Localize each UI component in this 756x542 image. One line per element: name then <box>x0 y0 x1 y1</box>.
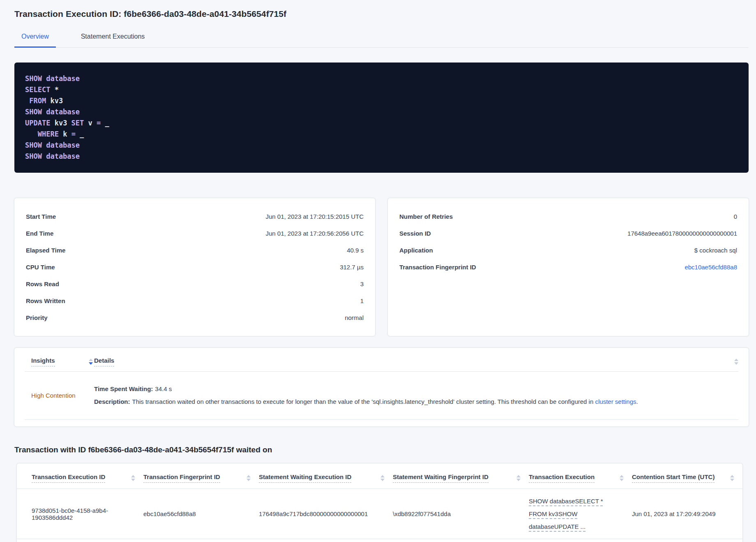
waited-on-table: Transaction Execution ID Transaction Fin… <box>17 463 742 539</box>
sort-icon[interactable] <box>730 475 734 481</box>
rows-written-label: Rows Written <box>26 297 65 304</box>
rows-written-value: 1 <box>360 297 364 304</box>
sort-icon[interactable] <box>89 359 93 365</box>
waited-on-row: 9738d051-bc0e-4158-a9b4-1903586ddd42 ebc… <box>17 489 742 539</box>
col-contention-start-time: Contention Start Time (UTC) <box>632 463 742 489</box>
transaction-execution-line: FROM kv3SHOW <box>529 507 603 520</box>
application-row: Application $ cockroach sql <box>399 242 737 259</box>
cell-transaction-execution: SHOW databaseSELECT * FROM kv3SHOW datab… <box>529 489 632 539</box>
priority-value: normal <box>345 314 364 321</box>
col-transaction-execution-id: Transaction Execution ID <box>17 463 143 489</box>
tab-overview[interactable]: Overview <box>14 31 56 48</box>
column-header-label[interactable]: Transaction Execution <box>529 473 595 483</box>
cpu-time-label: CPU Time <box>26 264 55 271</box>
session-summary-card: Number of Retries 0 Session ID 17648a9ee… <box>388 198 749 336</box>
cluster-settings-link[interactable]: cluster settings <box>595 398 636 405</box>
start-time-value: Jun 01, 2023 at 17:20:15:2015 UTC <box>265 213 364 220</box>
cell-statement-waiting-fingerprint-id: \xdb8922f077541dda <box>393 489 529 539</box>
description-text: This transaction waited on other transac… <box>132 398 595 405</box>
tab-statement-executions[interactable]: Statement Executions <box>74 31 152 48</box>
cell-contention-start-time: Jun 01, 2023 at 17:20:49:2049 <box>632 489 742 539</box>
sort-icon[interactable] <box>131 475 135 481</box>
sort-icon[interactable] <box>734 359 738 365</box>
description-suffix: . <box>636 398 638 405</box>
cell-transaction-fingerprint-id: ebc10ae56cfd88a8 <box>143 489 259 539</box>
transaction-fingerprint-label: Transaction Fingerprint ID <box>399 264 476 271</box>
transaction-execution-page: Transaction Execution ID: f6be6366-da03-… <box>0 0 756 542</box>
insight-details: Time Spent Waiting:34.4 s Description:Th… <box>93 382 738 408</box>
rows-read-label: Rows Read <box>26 280 59 287</box>
insights-table: Insights Details High Contention Time Sp… <box>14 348 749 426</box>
start-time-label: Start Time <box>26 213 56 220</box>
summary-cards-row: Start Time Jun 01, 2023 at 17:20:15:2015… <box>14 198 749 336</box>
description-line: Description:This transaction waited on o… <box>94 395 738 408</box>
transaction-execution-line: databaseUPDATE ... <box>529 520 603 533</box>
cpu-time-row: CPU Time 312.7 µs <box>26 259 364 276</box>
column-header-label[interactable]: Contention Start Time (UTC) <box>632 473 715 483</box>
sort-icon[interactable] <box>380 475 385 481</box>
priority-row: Priority normal <box>26 309 364 326</box>
rows-read-value: 3 <box>360 280 364 287</box>
col-transaction-fingerprint-id: Transaction Fingerprint ID <box>143 463 259 489</box>
col-statement-waiting-execution-id: Statement Waiting Execution ID <box>259 463 393 489</box>
sort-icon[interactable] <box>516 475 521 481</box>
transaction-sql-box: SHOW databaseSELECT * FROM kv3SHOW datab… <box>14 63 749 173</box>
page-title: Transaction Execution ID: f6be6366-da03-… <box>14 9 749 19</box>
elapsed-time-row: Elapsed Time 40.9 s <box>26 242 364 259</box>
retries-row: Number of Retries 0 <box>399 208 737 225</box>
start-time-row: Start Time Jun 01, 2023 at 17:20:15:2015… <box>26 208 364 225</box>
transaction-execution-line: SHOW databaseSELECT * <box>529 495 603 507</box>
waited-on-header-row: Transaction Execution ID Transaction Fin… <box>17 463 742 489</box>
end-time-value: Jun 01, 2023 at 17:20:56:2056 UTC <box>265 230 364 237</box>
time-spent-waiting-line: Time Spent Waiting:34.4 s <box>94 382 738 395</box>
session-id-value: 17648a9eea6017800000000000000001 <box>627 230 737 237</box>
transaction-fingerprint-row: Transaction Fingerprint ID ebc10ae56cfd8… <box>399 259 737 276</box>
column-header-label[interactable]: Statement Waiting Fingerprint ID <box>393 473 489 483</box>
session-id-label: Session ID <box>399 230 431 237</box>
transaction-fingerprint-link[interactable]: ebc10ae56cfd88a8 <box>685 264 737 271</box>
waited-on-title: Transaction with ID f6be6366-da03-48de-a… <box>14 445 749 454</box>
elapsed-time-value: 40.9 s <box>347 247 364 254</box>
waiting-label: Time Spent Waiting: <box>94 385 153 392</box>
retries-value: 0 <box>734 213 737 220</box>
cell-transaction-execution-id: 9738d051-bc0e-4158-a9b4-1903586ddd42 <box>17 489 143 539</box>
sort-icon[interactable] <box>620 475 624 481</box>
session-id-row: Session ID 17648a9eea6017800000000000000… <box>399 225 737 242</box>
col-statement-waiting-fingerprint-id: Statement Waiting Fingerprint ID <box>393 463 529 489</box>
application-value: $ cockroach sql <box>694 247 737 254</box>
execution-summary-card: Start Time Jun 01, 2023 at 17:20:15:2015… <box>14 198 375 336</box>
col-transaction-execution: Transaction Execution <box>529 463 632 489</box>
waiting-value: 34.4 s <box>155 385 172 392</box>
sql-statements: SHOW databaseSELECT * FROM kv3SHOW datab… <box>25 73 738 162</box>
retries-label: Number of Retries <box>399 213 453 220</box>
insight-name: High Contention <box>25 392 93 399</box>
column-header-label[interactable]: Transaction Fingerprint ID <box>143 473 220 483</box>
column-header-label[interactable]: Statement Waiting Execution ID <box>259 473 351 483</box>
elapsed-time-label: Elapsed Time <box>26 247 65 254</box>
end-time-label: End Time <box>26 230 53 237</box>
rows-read-row: Rows Read 3 <box>26 276 364 292</box>
description-label: Description: <box>94 398 130 405</box>
cpu-time-value: 312.7 µs <box>340 264 364 271</box>
cell-statement-waiting-execution-id: 176498a9c717bdc80000000000000001 <box>259 489 393 539</box>
transaction-execution-link[interactable]: SHOW databaseSELECT * FROM kv3SHOW datab… <box>529 495 603 533</box>
rows-written-row: Rows Written 1 <box>26 292 364 309</box>
sort-icon[interactable] <box>247 475 251 481</box>
tab-bar: Overview Statement Executions <box>14 31 749 48</box>
insight-row: High Contention Time Spent Waiting:34.4 … <box>25 372 738 420</box>
insights-column-header[interactable]: Insights <box>31 357 55 366</box>
column-header-label[interactable]: Transaction Execution ID <box>32 473 105 483</box>
insights-header-row: Insights Details <box>25 357 738 366</box>
end-time-row: End Time Jun 01, 2023 at 17:20:56:2056 U… <box>26 225 364 242</box>
priority-label: Priority <box>26 314 48 321</box>
waited-on-table-card: Transaction Execution ID Transaction Fin… <box>17 463 742 542</box>
details-column-header[interactable]: Details <box>94 357 114 366</box>
application-label: Application <box>399 247 433 254</box>
